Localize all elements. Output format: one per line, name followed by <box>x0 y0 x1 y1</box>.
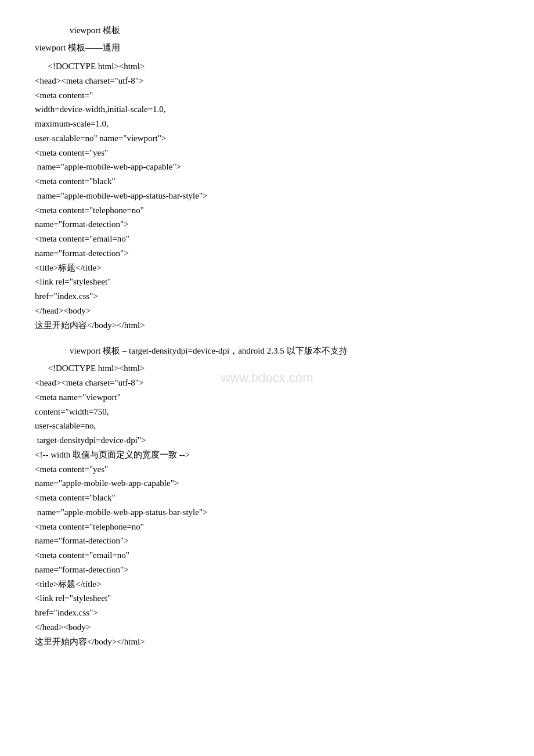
section2-code: <!DOCTYPE html><html> <head><meta charse… <box>35 361 499 649</box>
section1-title: viewport 模板 <box>70 23 499 37</box>
section2: viewport 模板 – target-densitydpi=device-d… <box>35 344 499 649</box>
section2-title: viewport 模板 – target-densitydpi=device-d… <box>70 344 499 358</box>
section1-code: <!DOCTYPE html><html> <head><meta charse… <box>35 59 499 332</box>
section1: viewport 模板 viewport 模板——通用 <!DOCTYPE ht… <box>35 23 499 332</box>
section1-subtitle: viewport 模板——通用 <box>35 41 499 55</box>
